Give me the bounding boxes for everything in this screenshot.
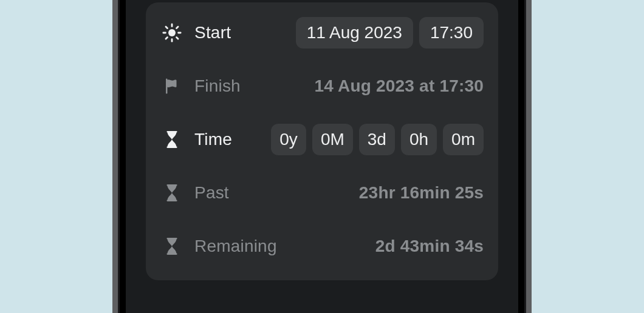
past-label: Past bbox=[194, 183, 229, 203]
svg-line-5 bbox=[166, 27, 168, 29]
finish-value: 14 Aug 2023 at 17:30 bbox=[315, 76, 484, 96]
start-row: Start 11 Aug 2023 17:30 bbox=[160, 10, 484, 56]
time-days[interactable]: 3d bbox=[359, 124, 395, 155]
device-frame: Start 11 Aug 2023 17:30 Finish 14 Aug 20 bbox=[112, 0, 532, 313]
start-date-picker[interactable]: 11 Aug 2023 bbox=[296, 17, 413, 49]
time-parts: 0y 0M 3d 0h 0m bbox=[271, 124, 484, 155]
timer-card: Start 11 Aug 2023 17:30 Finish 14 Aug 20 bbox=[146, 2, 498, 280]
hourglass-remaining-icon bbox=[160, 237, 183, 255]
svg-rect-10 bbox=[166, 147, 177, 148]
start-values: 11 Aug 2023 17:30 bbox=[296, 17, 484, 49]
remaining-value: 2d 43min 34s bbox=[375, 237, 484, 256]
svg-rect-13 bbox=[166, 238, 177, 239]
svg-line-8 bbox=[177, 27, 179, 29]
time-label: Time bbox=[194, 130, 232, 149]
start-label: Start bbox=[194, 23, 231, 42]
svg-rect-9 bbox=[166, 131, 177, 132]
svg-line-6 bbox=[177, 38, 179, 39]
sun-icon bbox=[160, 22, 183, 43]
screen: Start 11 Aug 2023 17:30 Finish 14 Aug 20 bbox=[126, 0, 518, 313]
past-row: Past 23hr 16min 25s bbox=[160, 170, 484, 216]
time-months[interactable]: 0M bbox=[312, 124, 353, 155]
svg-line-7 bbox=[166, 38, 168, 39]
start-time-picker[interactable]: 17:30 bbox=[419, 17, 484, 49]
svg-rect-11 bbox=[166, 184, 177, 186]
finish-label: Finish bbox=[194, 76, 241, 96]
time-years[interactable]: 0y bbox=[271, 124, 306, 155]
hourglass-past-icon bbox=[160, 184, 183, 202]
past-value: 23hr 16min 25s bbox=[359, 183, 484, 203]
time-minutes[interactable]: 0m bbox=[443, 124, 484, 155]
finish-row: Finish 14 Aug 2023 at 17:30 bbox=[160, 63, 484, 109]
svg-rect-14 bbox=[166, 254, 177, 255]
svg-point-0 bbox=[168, 29, 176, 36]
hourglass-icon bbox=[160, 130, 183, 149]
remaining-row: Remaining 2d 43min 34s bbox=[160, 223, 484, 269]
time-hours[interactable]: 0h bbox=[401, 124, 437, 155]
time-row: Time 0y 0M 3d 0h 0m bbox=[160, 116, 484, 163]
svg-rect-12 bbox=[166, 200, 177, 201]
flag-icon bbox=[160, 77, 183, 95]
remaining-label: Remaining bbox=[194, 237, 277, 256]
